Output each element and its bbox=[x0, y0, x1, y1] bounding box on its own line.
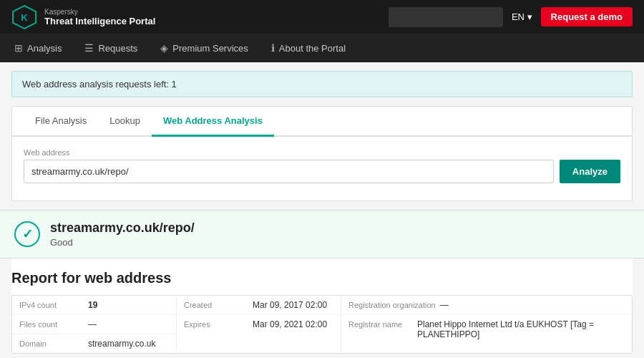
analysis-card: File Analysis Lookup Web Address Analysi… bbox=[11, 106, 633, 201]
expires-cell: Expires Mar 09, 2021 02:00 bbox=[177, 315, 341, 334]
col-left: IPv4 count 19 Files count — Domain strea… bbox=[12, 296, 177, 353]
reg-org-value: — bbox=[440, 300, 449, 310]
info-icon: ℹ bbox=[271, 42, 275, 54]
expires-value: Mar 09, 2021 02:00 bbox=[253, 319, 327, 329]
status-good-icon: ✓ bbox=[14, 221, 40, 247]
request-demo-button[interactable]: Request a demo bbox=[541, 7, 633, 26]
header-brand-title: Kaspersky Threat Intelligence Portal bbox=[44, 8, 155, 26]
result-status: Good bbox=[50, 237, 195, 248]
registrar-name-value: Planet Hippo Internet Ltd t/a EUKHOST [T… bbox=[417, 319, 625, 339]
created-label: Created bbox=[184, 301, 248, 309]
nav-item-about[interactable]: ℹ About the Portal bbox=[268, 34, 348, 62]
files-count-label: Files count bbox=[19, 320, 84, 329]
analyze-button[interactable]: Analyze bbox=[560, 160, 620, 183]
url-input[interactable] bbox=[24, 160, 554, 183]
result-url: streamarmy.co.uk/repo/ bbox=[50, 221, 195, 236]
table-row: IPv4 count 19 Files count — Domain strea… bbox=[12, 296, 632, 353]
col-mid: Created Mar 09, 2017 02:00 Expires Mar 0… bbox=[177, 296, 341, 353]
tab-file-analysis[interactable]: File Analysis bbox=[24, 107, 98, 137]
nav-item-analysis[interactable]: ⊞ Analysis bbox=[11, 34, 64, 62]
web-address-form: Web address Analyze bbox=[12, 137, 632, 189]
created-value: Mar 09, 2017 02:00 bbox=[253, 300, 327, 310]
report-data-table: IPv4 count 19 Files count — Domain strea… bbox=[11, 295, 633, 354]
result-info: streamarmy.co.uk/repo/ Good bbox=[50, 221, 195, 248]
report-section: Report for web address IPv4 count 19 Fil… bbox=[11, 258, 633, 354]
ipv4-count-value: 19 bbox=[88, 300, 97, 310]
col-right: Registration organization — Registrar na… bbox=[341, 296, 632, 353]
registrar-name-label: Registrar name bbox=[348, 320, 413, 329]
analysis-icon: ⊞ bbox=[14, 42, 23, 54]
domain-label: Domain bbox=[19, 339, 84, 348]
ipv4-count-label: IPv4 count bbox=[19, 301, 84, 309]
nav-item-premium[interactable]: ◈ Premium Services bbox=[157, 34, 250, 62]
main-content: Web address analysis requests left: 1 Fi… bbox=[0, 71, 644, 354]
kaspersky-logo-icon: K bbox=[11, 4, 37, 30]
created-cell: Created Mar 09, 2017 02:00 bbox=[177, 296, 341, 315]
tab-bar: File Analysis Lookup Web Address Analysi… bbox=[12, 107, 632, 137]
main-nav: ⊞ Analysis ☰ Requests ◈ Premium Services… bbox=[0, 34, 644, 62]
tab-web-address-analysis[interactable]: Web Address Analysis bbox=[152, 107, 274, 137]
expires-label: Expires bbox=[184, 320, 248, 329]
svg-text:K: K bbox=[21, 12, 28, 23]
header: K Kaspersky Threat Intelligence Portal E… bbox=[0, 0, 644, 34]
web-address-field-label: Web address bbox=[24, 148, 620, 157]
premium-icon: ◈ bbox=[160, 42, 168, 54]
result-banner: ✓ streamarmy.co.uk/repo/ Good bbox=[0, 210, 644, 258]
domain-value: streamarmy.co.uk bbox=[88, 339, 155, 349]
reg-org-cell: Registration organization — bbox=[341, 296, 632, 315]
lang-selector[interactable]: EN ▾ bbox=[512, 11, 532, 22]
report-title: Report for web address bbox=[11, 270, 633, 295]
header-right: EN ▾ Request a demo bbox=[389, 7, 633, 27]
files-count-cell: Files count — bbox=[12, 315, 176, 334]
ipv4-count-cell: IPv4 count 19 bbox=[12, 296, 176, 315]
files-count-value: — bbox=[88, 319, 97, 329]
requests-icon: ☰ bbox=[84, 42, 94, 54]
registrar-name-cell: Registrar name Planet Hippo Internet Ltd… bbox=[341, 315, 632, 344]
reg-org-label: Registration organization bbox=[348, 301, 436, 309]
search-bar[interactable] bbox=[389, 7, 503, 27]
domain-cell: Domain streamarmy.co.uk bbox=[12, 334, 176, 353]
nav-item-requests[interactable]: ☰ Requests bbox=[82, 34, 140, 62]
url-input-row: Analyze bbox=[24, 160, 620, 183]
requests-left-banner: Web address analysis requests left: 1 bbox=[11, 71, 633, 97]
tab-lookup[interactable]: Lookup bbox=[98, 107, 152, 137]
header-left: K Kaspersky Threat Intelligence Portal bbox=[11, 4, 155, 30]
